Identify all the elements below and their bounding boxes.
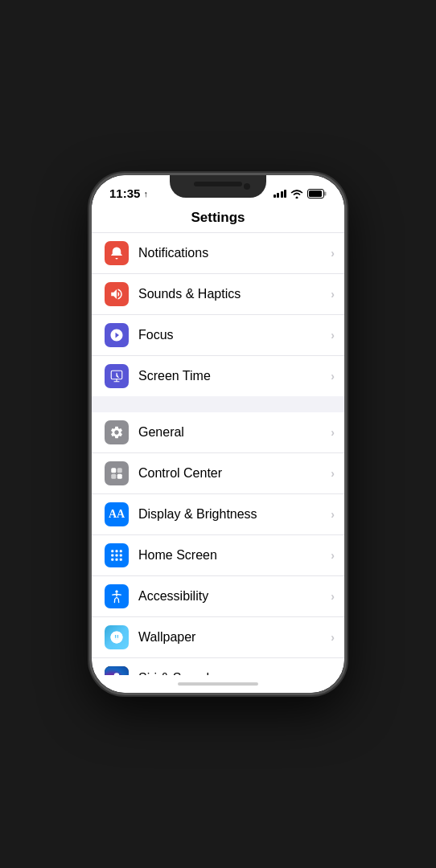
screen: 11:35 ↑ xyxy=(92,175,344,693)
chevron-icon: › xyxy=(331,329,335,342)
home-indicator xyxy=(92,675,344,693)
notifications-icon-wrapper xyxy=(105,241,129,265)
wallpaper-icon xyxy=(109,630,124,645)
settings-item-controlcenter[interactable]: Control Center › xyxy=(92,453,344,494)
general-icon xyxy=(109,425,124,440)
battery-status-icon xyxy=(307,189,327,199)
svg-rect-13 xyxy=(120,555,122,557)
svg-rect-4 xyxy=(111,468,116,473)
notifications-icon xyxy=(109,246,124,260)
status-time: 11:35 ↑ xyxy=(109,186,148,200)
chevron-icon: › xyxy=(331,549,335,562)
settings-item-sounds[interactable]: Sounds & Haptics › xyxy=(92,274,344,315)
wallpaper-label: Wallpaper xyxy=(138,630,327,645)
svg-rect-12 xyxy=(116,555,118,557)
chevron-icon: › xyxy=(331,370,335,383)
phone-frame: 11:35 ↑ xyxy=(89,173,347,695)
focus-icon xyxy=(109,328,124,342)
chevron-icon: › xyxy=(331,508,335,521)
chevron-icon: › xyxy=(331,631,335,644)
svg-rect-7 xyxy=(117,474,122,479)
general-icon-wrapper xyxy=(105,420,129,444)
settings-item-focus[interactable]: Focus › xyxy=(92,315,344,356)
general-label: General xyxy=(138,425,327,440)
siri-icon-wrapper xyxy=(105,666,129,675)
homescreen-label: Home Screen xyxy=(138,548,327,563)
svg-rect-9 xyxy=(116,550,118,552)
svg-rect-14 xyxy=(111,559,113,561)
svg-rect-6 xyxy=(111,474,116,479)
siri-icon xyxy=(110,672,123,675)
section-general: General › Control Center › xyxy=(92,412,344,675)
display-icon: AA xyxy=(109,508,125,521)
location-icon: ↑ xyxy=(143,189,148,199)
wifi-icon xyxy=(290,189,303,199)
sounds-label: Sounds & Haptics xyxy=(138,287,327,301)
chevron-icon: › xyxy=(331,672,335,675)
settings-item-siri[interactable]: Siri & Search › xyxy=(92,658,344,675)
section-notifications: Notifications › Sounds & Haptics › xyxy=(92,233,344,396)
settings-item-wallpaper[interactable]: Wallpaper › xyxy=(92,617,344,658)
homescreen-icon-wrapper xyxy=(105,543,129,567)
chevron-icon: › xyxy=(331,288,335,301)
settings-item-homescreen[interactable]: Home Screen › xyxy=(92,535,344,576)
controlcenter-label: Control Center xyxy=(138,466,327,481)
accessibility-label: Accessibility xyxy=(138,589,327,604)
focus-label: Focus xyxy=(138,328,327,342)
settings-item-screentime[interactable]: Screen Time › xyxy=(92,356,344,396)
screentime-icon xyxy=(109,369,124,383)
controlcenter-icon-wrapper xyxy=(105,461,129,485)
svg-rect-8 xyxy=(111,550,113,552)
section-gap-1 xyxy=(92,396,344,412)
speaker xyxy=(194,182,242,186)
status-icons xyxy=(274,189,327,199)
settings-item-general[interactable]: General › xyxy=(92,412,344,453)
siri-label: Siri & Search xyxy=(138,671,327,675)
camera xyxy=(244,183,250,190)
display-label: Display & Brightness xyxy=(138,507,327,522)
chevron-icon: › xyxy=(331,426,335,439)
wallpaper-icon-wrapper xyxy=(105,625,129,649)
controlcenter-icon xyxy=(109,466,124,481)
display-icon-wrapper: AA xyxy=(105,502,129,526)
svg-point-18 xyxy=(116,591,118,593)
settings-item-display[interactable]: AA Display & Brightness › xyxy=(92,494,344,535)
home-bar xyxy=(178,682,258,686)
notifications-label: Notifications xyxy=(138,246,327,260)
svg-rect-1 xyxy=(324,191,327,195)
svg-rect-10 xyxy=(120,550,122,552)
svg-rect-2 xyxy=(309,190,322,197)
chevron-icon: › xyxy=(331,590,335,603)
svg-rect-16 xyxy=(120,559,122,561)
screentime-icon-wrapper xyxy=(105,364,129,388)
accessibility-icon xyxy=(109,589,124,604)
page-title: Settings xyxy=(105,210,331,226)
notch xyxy=(170,175,266,198)
nav-bar: Settings xyxy=(92,205,344,233)
svg-rect-15 xyxy=(116,559,118,561)
settings-list[interactable]: Notifications › Sounds & Haptics › xyxy=(92,233,344,675)
signal-bars xyxy=(274,190,287,198)
svg-rect-11 xyxy=(111,555,113,557)
chevron-icon: › xyxy=(331,247,335,260)
settings-item-accessibility[interactable]: Accessibility › xyxy=(92,576,344,617)
sounds-icon-wrapper xyxy=(105,282,129,306)
svg-rect-5 xyxy=(117,468,122,473)
accessibility-icon-wrapper xyxy=(105,584,129,608)
screentime-label: Screen Time xyxy=(138,369,327,383)
chevron-icon: › xyxy=(331,467,335,480)
focus-icon-wrapper xyxy=(105,323,129,347)
homescreen-icon xyxy=(109,548,124,563)
sounds-icon xyxy=(109,287,124,301)
settings-item-notifications[interactable]: Notifications › xyxy=(92,233,344,274)
